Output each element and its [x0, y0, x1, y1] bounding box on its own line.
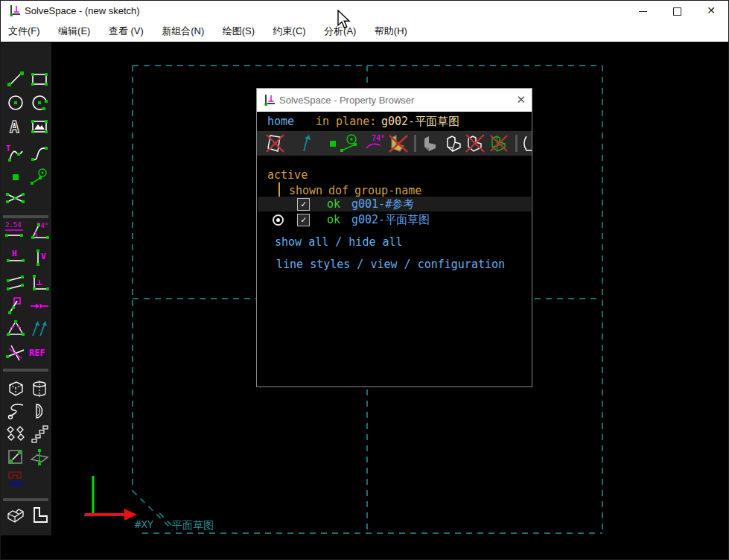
faces-toggle-icon[interactable]	[388, 133, 409, 153]
view-link[interactable]: view	[370, 258, 397, 271]
svg-text:H: H	[12, 249, 17, 258]
constraint-angle[interactable]: 74°	[29, 221, 50, 241]
menu-edit[interactable]: 编辑(E)	[55, 21, 93, 38]
group-link-import[interactable]	[5, 470, 26, 489]
constraint-same-orientation[interactable]	[29, 319, 50, 338]
solvespace-logo-icon	[263, 94, 276, 109]
workplanes-toggle-icon[interactable]	[265, 133, 286, 153]
svg-text:T: T	[6, 144, 10, 153]
property-browser-title: SolveSpace - Property Browser	[279, 95, 414, 106]
property-browser-window: SolveSpace - Property Browser ✕ home in …	[256, 88, 532, 387]
svg-text:2.54: 2.54	[5, 221, 22, 229]
constraint-vertical[interactable]: V	[29, 248, 50, 267]
separator: /	[350, 258, 370, 271]
group-new-workplane[interactable]	[5, 448, 26, 467]
tool-line-segment[interactable]	[5, 69, 26, 89]
menu-file[interactable]: 文件(F)	[5, 21, 43, 38]
toolbar-divider	[3, 215, 48, 218]
solvespace-logo-icon	[8, 4, 22, 19]
property-browser-close-icon[interactable]: ✕	[516, 93, 526, 106]
config-links: line styles / view / configuration	[276, 258, 505, 271]
outlines-view-icon[interactable]	[465, 133, 486, 153]
menu-constrain[interactable]: 约束(C)	[270, 21, 309, 38]
group-row-g001[interactable]: ✓ ok g001-#参考	[258, 197, 531, 211]
shown-checkbox[interactable]: ✓	[297, 198, 310, 211]
group-extrude[interactable]	[5, 379, 26, 398]
header-dof: dof	[328, 184, 348, 197]
shaded-view-icon[interactable]	[420, 133, 441, 153]
active-plane-link[interactable]: g002-平面草图	[381, 115, 459, 129]
close-button[interactable]: ✕	[694, 1, 728, 21]
app-titlebar[interactable]: SolveSpace - (new sketch) ✕	[1, 1, 728, 21]
dof-status: ok	[327, 197, 340, 211]
tool-image[interactable]	[29, 117, 50, 136]
group-rotate-copy[interactable]	[5, 424, 26, 443]
constraint-reference[interactable]: REF	[29, 343, 50, 363]
header-shown: shown	[289, 184, 322, 197]
tool-circle[interactable]	[5, 93, 26, 112]
normals-toggle-icon[interactable]	[296, 133, 316, 153]
occluded-toggle-icon[interactable]	[522, 133, 532, 153]
home-link[interactable]: home	[267, 115, 294, 128]
constraint-horizontal[interactable]: H	[5, 248, 26, 267]
menu-help[interactable]: 帮助(H)	[372, 21, 410, 38]
group-assemble-part[interactable]	[5, 506, 26, 525]
menu-sketch[interactable]: 绘图(S)	[220, 21, 258, 38]
header-group-name: group-name	[354, 184, 421, 197]
edges-view-icon[interactable]	[444, 133, 465, 153]
property-browser-titlebar[interactable]: SolveSpace - Property Browser ✕	[257, 89, 532, 112]
mesh-view-icon[interactable]	[488, 133, 509, 153]
constraint-parallel[interactable]	[5, 273, 26, 293]
group-revolve[interactable]	[29, 401, 50, 421]
constraint-other-angle[interactable]	[5, 343, 26, 363]
separator: /	[328, 235, 348, 249]
constraint-symmetric[interactable]	[29, 296, 50, 316]
tool-split-curves[interactable]	[5, 188, 26, 208]
group-sketch-in-3d[interactable]	[29, 448, 50, 467]
group-name-link[interactable]: g001-#参考	[351, 197, 414, 211]
active-group-radio[interactable]	[273, 214, 284, 226]
tool-cubic-bezier[interactable]	[29, 144, 50, 163]
group-row-g002[interactable]: ✓ ok g002-平面草图	[258, 212, 531, 227]
separator: /	[398, 258, 418, 271]
group-angle-bracket[interactable]	[29, 506, 50, 525]
hide-all-link[interactable]: hide all	[348, 235, 402, 249]
minimize-button[interactable]	[625, 1, 660, 21]
menu-new-group[interactable]: 新组合(N)	[159, 21, 207, 38]
maximize-button[interactable]	[660, 1, 694, 21]
configuration-link[interactable]: configuration	[418, 258, 505, 271]
group-lathe[interactable]	[29, 379, 50, 398]
active-column-label: active	[267, 168, 308, 182]
dimensions-toggle-icon[interactable]: 74°	[365, 133, 386, 153]
constraint-distance[interactable]: 2.54	[4, 221, 25, 241]
origin-axes[interactable]	[84, 476, 137, 521]
shown-checkbox[interactable]: ✓	[297, 214, 310, 226]
tool-construction[interactable]	[29, 168, 50, 187]
constraint-point-on-entity[interactable]	[5, 296, 26, 316]
group-name-link[interactable]: g002-平面草图	[351, 213, 430, 227]
menu-view[interactable]: 查看 (V)	[106, 21, 147, 38]
group-helix[interactable]	[5, 401, 26, 421]
group-translate-copy[interactable]	[29, 424, 50, 443]
property-browser-nav: home in plane: g002-平面草图	[257, 112, 532, 130]
sketch-plane-label[interactable]: 平面草图	[172, 519, 214, 532]
line-styles-link[interactable]: line styles	[276, 258, 350, 271]
drawing-toolbar: A T 2.54 74° H V	[1, 42, 51, 535]
constraint-perpendicular[interactable]	[29, 273, 50, 293]
tool-tangent-arc[interactable]: T	[5, 144, 26, 163]
tool-text[interactable]: A	[5, 117, 26, 136]
in-plane-label: in plane:	[316, 115, 376, 128]
svg-text:V: V	[41, 252, 46, 261]
toolbar-divider	[515, 135, 518, 152]
show-all-link[interactable]: show all	[275, 235, 328, 249]
dof-status: ok	[327, 213, 340, 226]
tool-arc[interactable]	[29, 93, 50, 112]
svg-text:A: A	[10, 118, 19, 136]
constraint-equal[interactable]	[5, 319, 26, 338]
tool-rectangle[interactable]	[29, 69, 50, 89]
solvespace-window: SolveSpace - (new sketch) ✕ 文件(F) 编辑(E) …	[0, 0, 729, 560]
toolbar-divider	[3, 369, 48, 372]
constraints-toggle-icon[interactable]	[339, 133, 360, 153]
xy-plane-label[interactable]: #XY	[135, 518, 153, 530]
tool-datum-point[interactable]	[5, 168, 26, 187]
